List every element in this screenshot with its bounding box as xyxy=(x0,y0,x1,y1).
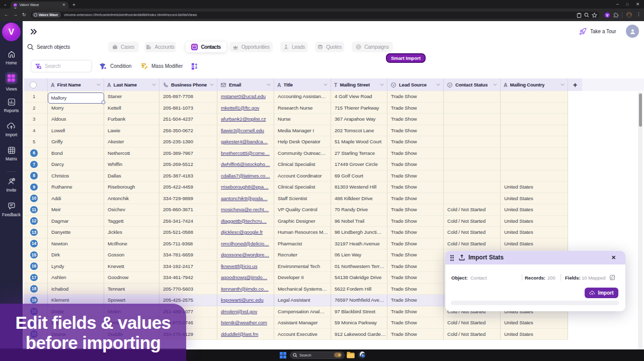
svg-text:V: V xyxy=(606,13,609,17)
